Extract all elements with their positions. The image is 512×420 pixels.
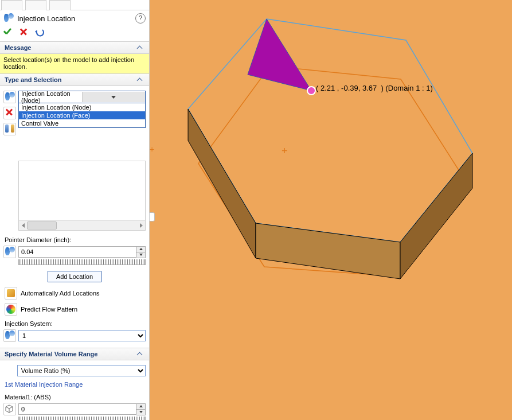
injection-location-icon xyxy=(3,13,14,24)
predict-flow-label: Predict Flow Pattern xyxy=(21,306,77,313)
material-from-icon-col xyxy=(3,403,16,415)
tab[interactable] xyxy=(25,0,46,10)
type-option-node[interactable]: Injection Location (Node) xyxy=(19,103,145,111)
material1-label: Material1: (ABS) xyxy=(3,392,146,402)
property-panel: Injection Location ? Message Select loca… xyxy=(0,0,150,420)
panel-title-row: Injection Location ? xyxy=(0,10,149,25)
cancel-icon[interactable] xyxy=(19,28,28,36)
panel-title: Injection Location xyxy=(17,14,75,23)
help-icon[interactable]: ? xyxy=(135,13,146,24)
section-material-body: Volume Ratio (%) 1st Material Injection … xyxy=(0,360,149,420)
pointer-diameter-input[interactable] xyxy=(18,246,136,258)
section-material-header[interactable]: Specify Material Volume Range xyxy=(0,348,149,360)
message-box: Select location(s) on the model to add i… xyxy=(0,54,149,73)
tab[interactable] xyxy=(1,0,22,10)
chevron-up-icon xyxy=(136,351,144,357)
scroll-thumb[interactable] xyxy=(27,221,57,230)
diameter-slider[interactable] xyxy=(18,259,146,265)
spinner-buttons xyxy=(136,403,146,415)
material-from-slider[interactable] xyxy=(18,417,146,420)
spin-up-icon[interactable] xyxy=(136,247,145,252)
injection-system-label: Injection System: xyxy=(3,319,146,328)
injection-system-icon-col xyxy=(3,329,16,342)
spin-down-icon[interactable] xyxy=(136,252,145,258)
material-from-spinner xyxy=(18,403,146,415)
add-location-button[interactable]: Add Location xyxy=(48,271,101,282)
chevron-up-icon xyxy=(136,44,144,51)
delete-type-icon[interactable] xyxy=(3,107,16,119)
command-row xyxy=(0,25,149,42)
material-range-link[interactable]: 1st Material Injection Range xyxy=(3,380,146,389)
type-dropdown-list: Injection Location (Node) Injection Loca… xyxy=(18,103,146,128)
panel-tabs xyxy=(0,0,149,10)
location-listbox[interactable] xyxy=(18,161,146,231)
diameter-icon-column xyxy=(3,246,16,258)
mirror-type-icon[interactable] xyxy=(3,123,16,135)
type-icon-column xyxy=(3,91,16,135)
viewport-3d[interactable]: + + ( 2.21 , -0.39, 3.67 ) (Domain 1 : 1… xyxy=(150,0,512,420)
injection-node-marker[interactable] xyxy=(307,87,315,95)
undo-icon[interactable] xyxy=(34,28,46,37)
section-type-body: Injection Location (Node) Injection Loca… xyxy=(0,86,149,348)
section-type-title: Type and Selection xyxy=(5,76,61,83)
section-message-title: Message xyxy=(5,44,31,51)
injection-system-select[interactable]: 1 xyxy=(18,330,146,341)
section-message-header[interactable]: Message xyxy=(0,42,149,54)
spinner-buttons xyxy=(136,246,146,258)
section-type-header[interactable]: Type and Selection xyxy=(0,73,149,86)
injection-system-icon xyxy=(3,329,16,342)
chevron-down-icon[interactable] xyxy=(82,92,146,102)
tab[interactable] xyxy=(49,0,71,10)
type-dropdown-head[interactable]: Injection Location (Node) xyxy=(18,91,146,103)
volume-ratio-select[interactable]: Volume Ratio (%) xyxy=(17,365,146,376)
pointer-diameter-label: Pointer Diameter (inch): xyxy=(3,235,146,244)
cube-icon xyxy=(3,403,16,415)
spin-up-icon[interactable] xyxy=(136,404,145,410)
node-type-icon[interactable] xyxy=(3,91,16,103)
auto-add-label: Automatically Add Locations xyxy=(21,290,100,297)
axis-marker-icon: + xyxy=(150,145,154,154)
pointer-diameter-spinner xyxy=(18,246,146,258)
type-dropdown[interactable]: Injection Location (Node) Injection Loca… xyxy=(18,91,146,128)
diameter-icon xyxy=(3,246,16,258)
predict-flow-row[interactable]: Predict Flow Pattern xyxy=(3,301,146,317)
coordinate-annotation: ( 2.21 , -0.39, 3.67 ) (Domain 1 : 1) xyxy=(316,84,433,92)
horizontal-scrollbar[interactable] xyxy=(19,220,145,230)
view-center-icon: + xyxy=(282,145,288,157)
material-from-input[interactable] xyxy=(18,403,136,415)
auto-add-row[interactable]: Automatically Add Locations xyxy=(3,285,146,301)
type-option-face[interactable]: Injection Location (Face) xyxy=(19,111,145,119)
add-location-row: Add Location xyxy=(3,271,146,282)
scroll-right-icon[interactable] xyxy=(137,221,145,230)
type-option-valve[interactable]: Control Valve xyxy=(19,119,145,127)
chevron-up-icon xyxy=(136,76,144,83)
predict-flow-icon xyxy=(5,303,17,316)
section-material-title: Specify Material Volume Range xyxy=(5,351,97,357)
scroll-left-icon[interactable] xyxy=(19,221,27,230)
type-dropdown-selected: Injection Location (Node) xyxy=(19,90,82,104)
spin-down-icon[interactable] xyxy=(136,410,145,415)
auto-add-icon xyxy=(5,287,17,300)
ok-icon[interactable] xyxy=(3,29,13,36)
model-canvas[interactable] xyxy=(150,0,512,420)
